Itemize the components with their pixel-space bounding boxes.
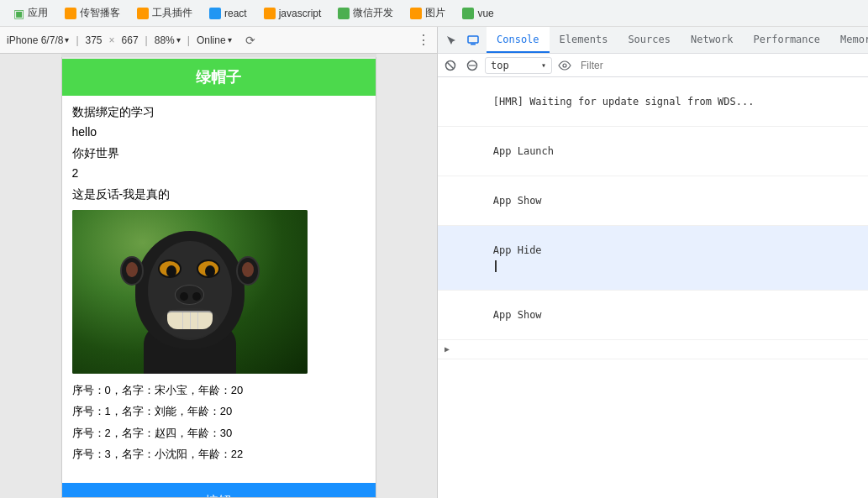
more-options-button[interactable]: ⋮ (417, 32, 430, 48)
monkey-image (72, 210, 308, 374)
bookmark-apps[interactable]: ▣ 应用 (7, 3, 55, 23)
bookmark-label: 应用 (28, 6, 48, 20)
folder-icon (264, 8, 276, 19)
phone-simulator: iPhone 6/7/8 ▾ | 375 × 667 | 88% ▾ | Onl… (0, 27, 437, 498)
filter-icon[interactable] (463, 56, 481, 75)
eye-button[interactable] (555, 56, 574, 75)
app-header: 绿帽子 (62, 59, 376, 96)
bookmark-react[interactable]: react (203, 5, 254, 22)
bookmark-chuanzhi[interactable]: 传智播客 (58, 3, 127, 23)
phone-screen-wrapper: 绿帽子 数据绑定的学习 hello 你好世界 2 这是反话-我是真的 (0, 54, 437, 498)
device-selector[interactable]: iPhone 6/7/8 ▾ (7, 34, 69, 46)
console-output: [HMR] Waiting for update signal from WDS… (438, 77, 868, 498)
height-value[interactable]: 667 (122, 34, 139, 46)
folder-icon (462, 8, 474, 19)
devtools-icons-left (438, 30, 487, 50)
folder-icon (410, 8, 422, 19)
tab-label: Elements (560, 34, 608, 45)
monkey-eye-right (197, 259, 220, 278)
context-label: top (491, 60, 509, 71)
list-item-3: 序号：3，名字：小沈阳，年龄：22 (72, 444, 366, 464)
app-button[interactable]: 按钮 (62, 483, 376, 498)
person-list: 序号：0，名字：宋小宝，年龄：20 序号：1，名字：刘能，年龄：20 序号：2，… (72, 380, 366, 464)
console-text: [HMR] Waiting for update signal from WDS… (493, 96, 755, 107)
folder-icon (338, 8, 350, 19)
bookmark-images[interactable]: 图片 (403, 3, 452, 23)
monkey-head (135, 231, 245, 349)
bookmark-label: 微信开发 (353, 6, 393, 20)
app-line-4: 2 (72, 164, 366, 182)
bookmark-label: 工具插件 (152, 6, 192, 20)
tab-network[interactable]: Network (681, 27, 744, 53)
network-selector[interactable]: Online ▾ (197, 34, 232, 46)
zoom-selector[interactable]: 88% ▾ (155, 34, 181, 46)
inspect-icon[interactable] (441, 30, 461, 50)
network-label: Online (197, 34, 226, 46)
width-value[interactable]: 375 (86, 34, 103, 46)
nostril-right (192, 292, 201, 301)
console-text: App Launch (493, 145, 554, 157)
device-toggle-icon[interactable] (463, 30, 483, 50)
monkey-face-area (148, 241, 232, 340)
app-line-1: 数据绑定的学习 (72, 102, 366, 121)
bookmark-tools[interactable]: 工具插件 (130, 3, 199, 23)
tab-elements[interactable]: Elements (550, 27, 618, 53)
device-name-label: iPhone 6/7/8 (7, 34, 63, 46)
bookmark-label: javascript (279, 8, 322, 19)
console-line-3: App Show (438, 176, 868, 226)
expand-arrow-icon[interactable]: ▶ (445, 342, 450, 357)
button-label: 按钮 (205, 494, 232, 498)
monkey-ear-right (236, 256, 260, 286)
tab-performance[interactable]: Performance (744, 27, 830, 53)
bookmark-vue[interactable]: vue (455, 5, 500, 22)
tab-label: Sources (628, 34, 671, 45)
chevron-down-icon: ▾ (65, 35, 69, 45)
tab-label: Performance (754, 34, 820, 45)
monkey-nose (175, 285, 204, 305)
clear-console-button[interactable] (441, 56, 460, 75)
tab-console[interactable]: Console (487, 27, 550, 53)
bookmark-wechat[interactable]: 微信开发 (331, 3, 400, 23)
monkey-ear-left (120, 256, 144, 286)
pupil-left (166, 265, 176, 277)
svg-point-6 (563, 64, 566, 67)
app-line-5: 这是反话-我是真的 (72, 185, 366, 203)
list-item-1: 序号：1，名字：刘能，年龄：20 (72, 401, 366, 421)
pupil-right (205, 265, 215, 277)
monkey-teeth (167, 311, 213, 329)
list-item-0: 序号：0，名字：宋小宝，年龄：20 (72, 380, 366, 400)
tab-label: Console (497, 34, 539, 45)
tab-sources[interactable]: Sources (618, 27, 681, 53)
monkey-eye-left (158, 259, 181, 278)
bookmark-label: vue (477, 8, 493, 19)
filter-input[interactable] (577, 58, 864, 73)
chevron-down-icon: ▾ (176, 35, 181, 45)
bookmark-label: react (224, 8, 247, 19)
devtools-tab-bar: Console Elements Sources Network Perform… (438, 27, 868, 54)
svg-rect-1 (471, 44, 476, 45)
chevron-down-icon: ▾ (541, 60, 546, 70)
svg-line-3 (448, 62, 454, 68)
folder-icon (65, 8, 76, 19)
zoom-label: 88% (155, 34, 175, 46)
rotate-icon[interactable]: ⟳ (245, 34, 255, 47)
app-line-3: 你好世界 (72, 144, 366, 162)
list-item-2: 序号：2，名字：赵四，年龄：30 (72, 423, 366, 443)
svg-rect-0 (468, 36, 478, 43)
tab-memory[interactable]: Memory (830, 27, 868, 53)
bookmark-label: 图片 (425, 6, 445, 20)
apps-icon: ▣ (13, 7, 24, 20)
tab-label: Memory (840, 34, 868, 45)
bookmark-js[interactable]: javascript (257, 5, 329, 22)
console-toolbar: top ▾ Default levels (438, 54, 868, 77)
console-line-5: App Show (438, 291, 868, 340)
context-selector[interactable]: top ▾ (485, 57, 552, 74)
tooth-div2 (190, 312, 191, 329)
tooth-div3 (197, 312, 198, 329)
separator: | (145, 34, 148, 46)
phone-screen: 绿帽子 数据绑定的学习 hello 你好世界 2 这是反话-我是真的 (61, 54, 376, 498)
separator: | (76, 34, 78, 46)
console-line-6[interactable]: ▶ (438, 340, 868, 359)
console-line-2: App Launch (438, 127, 868, 176)
console-line-1: [HMR] Waiting for update signal from WDS… (438, 77, 868, 127)
